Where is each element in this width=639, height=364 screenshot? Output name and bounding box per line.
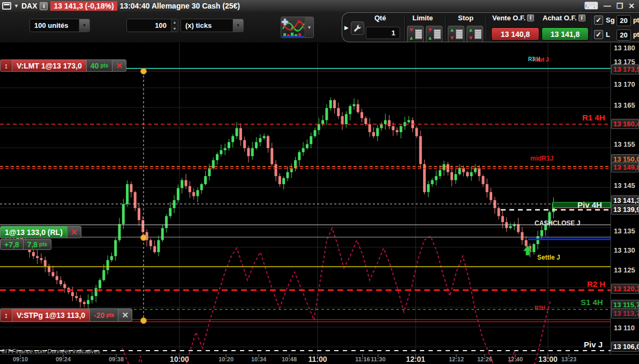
- title-bar: ▼ DAX i 13 141,3 (-0,18%) 13:04:40 Allem…: [0, 0, 639, 12]
- time-axis-label: 11:00: [308, 355, 327, 363]
- price-level-badge: 13 139,9: [611, 204, 639, 215]
- price-change-badge: 13 141,3 (-0,18%): [50, 1, 117, 11]
- arrow-up-icon: ▲: [468, 26, 473, 34]
- order-distance-value: -20: [94, 311, 104, 320]
- level-label-r2h: R2H: [535, 305, 545, 311]
- ticks-unit-value: (x) ticks: [181, 21, 232, 29]
- keyboard-icon[interactable]: ⌨: [584, 2, 598, 10]
- buy-market-button[interactable]: 13 141,8: [542, 27, 589, 41]
- panel-expander-icon[interactable]: ▶: [344, 25, 349, 31]
- qty-value: 1: [366, 29, 400, 37]
- limit-attached-checkbox[interactable]: ✓: [594, 30, 603, 39]
- level-label-settle-j: Settle J: [537, 254, 560, 261]
- info-icon[interactable]: i: [527, 14, 534, 21]
- level-label-r2-h: R2 H: [587, 279, 605, 289]
- close-icon[interactable]: ✕: [112, 59, 126, 72]
- tick-count-stepper[interactable]: 100 ▲ ▼: [126, 19, 178, 32]
- minimize-button[interactable]: —: [604, 2, 611, 10]
- order-tag-sell-limit[interactable]: ↕ V:LMT 1@13 173,0 40pts ✕: [0, 59, 126, 72]
- close-button[interactable]: ✕: [628, 2, 635, 10]
- time-axis-label: 10:20: [219, 356, 234, 362]
- time-axis-label: 12:12: [449, 356, 464, 362]
- symbol-dropdown-caret-icon[interactable]: ▼: [14, 3, 19, 9]
- close-icon[interactable]: ✕: [118, 308, 132, 322]
- level-label-s1-4h: S1 4H: [581, 298, 603, 307]
- order-tag-sell-stop[interactable]: ↕ V:STPg 1@13 113,0 -20pts ✕: [0, 308, 132, 322]
- order-ticket-icon: [434, 29, 441, 39]
- price-axis-tick: 13 110: [614, 324, 635, 332]
- position-tag-label[interactable]: 1@13 133,0 (RL): [0, 226, 67, 238]
- chart-window-icon: [2, 2, 11, 10]
- sell-price: 13 140,8: [501, 30, 530, 39]
- arrow-down-icon: ▼: [409, 26, 414, 34]
- time-axis-label: 12:26: [477, 356, 492, 362]
- order-tag-label[interactable]: V:STPg 1@13 113,0: [12, 308, 90, 322]
- time-axis-label: 10:48: [282, 356, 297, 362]
- spin-down-icon[interactable]: ▼: [171, 26, 178, 32]
- info-icon[interactable]: i: [40, 2, 48, 10]
- position-pnl-tag: +7,8 7,8pts: [0, 239, 51, 250]
- l-points-input[interactable]: 20: [617, 29, 631, 41]
- arrow-down-icon: ▼: [468, 34, 473, 42]
- level-label-r1-4h: R1 4H: [582, 113, 605, 122]
- tick-count-value: 100: [127, 21, 171, 29]
- sg-label: Sg: [606, 16, 615, 24]
- spin-up-icon[interactable]: ▲: [171, 19, 178, 26]
- price-axis-tick: 13 135: [614, 227, 635, 235]
- price-level-badge: 13 113,7: [611, 308, 639, 318]
- maximize-button[interactable]: ❐: [617, 2, 623, 10]
- buy-limit-order-button[interactable]: ▼ ▲: [426, 26, 442, 42]
- time-axis-label: 09:10: [13, 356, 28, 362]
- price-axis-tick: 13 155: [614, 140, 635, 148]
- session-info: 13:04:40 Allemagne 30 Cash (25€): [120, 2, 240, 10]
- buy-price: 13 141,8: [551, 30, 580, 39]
- drag-handle-updown-icon[interactable]: ↕: [0, 308, 12, 322]
- time-axis-label: 09:38: [109, 356, 124, 362]
- time-axis-label: 12:01: [406, 355, 425, 363]
- chevron-down-icon[interactable]: ▼: [79, 19, 89, 32]
- pnl-points-value: 7,8: [27, 240, 37, 249]
- level-label-midr1j: midR1J: [530, 155, 553, 162]
- qty-input[interactable]: 1: [366, 27, 400, 39]
- pnl-value: +7,8: [4, 240, 19, 249]
- price-axis-tick: 13 125: [614, 266, 635, 274]
- price-level-badge: 13 160,4: [611, 119, 639, 129]
- qty-header: Qté: [374, 14, 386, 22]
- price-level-badge: 13 173,5: [611, 64, 639, 74]
- ticks-unit-select[interactable]: (x) ticks ▼: [181, 19, 244, 32]
- l-points-unit: pts: [633, 31, 639, 39]
- chevron-down-icon[interactable]: ▼: [232, 19, 243, 32]
- sg-points-input[interactable]: 20: [617, 15, 631, 26]
- level-label-piv-4h: Piv 4H: [577, 200, 602, 209]
- chart-style-button[interactable]: ▼: [281, 17, 314, 38]
- arrow-up-icon: ▲: [449, 26, 455, 34]
- units-select-value: 100 unités: [30, 21, 79, 29]
- limit-header: Limite: [412, 14, 433, 22]
- sell-limit-order-button[interactable]: ▼ ▲: [407, 26, 424, 42]
- time-axis-label: 10:00: [170, 355, 189, 363]
- price-level-badge: 13 106,0: [611, 342, 639, 352]
- chart-style-icon: [281, 17, 305, 37]
- order-tag-label[interactable]: V:LMT 1@13 173,0: [12, 59, 87, 72]
- sell-market-button[interactable]: 13 140,8: [491, 27, 539, 41]
- sell-stop-order-button[interactable]: ▲ ▼: [448, 26, 464, 42]
- close-icon[interactable]: ✕: [67, 226, 81, 238]
- chart-area[interactable]: ©IT-Finance.com Données indicatives R3 H…: [0, 43, 639, 364]
- price-axis-tick: 13 165: [614, 101, 635, 109]
- chevron-down-icon[interactable]: ▼: [305, 17, 313, 37]
- level-label-piv-j: Piv J: [584, 340, 603, 349]
- arrow-down-icon: ▼: [449, 34, 455, 42]
- stop-guaranteed-checkbox[interactable]: ✓: [594, 16, 603, 25]
- price-axis-tick: 13 130: [614, 246, 635, 254]
- units-select[interactable]: 100 unités ▼: [29, 19, 90, 32]
- settings-wrench-button[interactable]: [351, 21, 364, 35]
- trading-window: ▼ DAX i 13 141,3 (-0,18%) 13:04:40 Allem…: [0, 0, 639, 364]
- symbol-label: DAX: [21, 2, 37, 10]
- drag-handle-updown-icon[interactable]: ↕: [0, 59, 12, 72]
- price-axis-tick: 13 170: [614, 80, 635, 88]
- info-icon[interactable]: i: [578, 14, 585, 21]
- level-label-cashclose-j: CASHCLOSE J: [535, 219, 580, 227]
- buy-stop-order-button[interactable]: ▲ ▼: [467, 26, 483, 42]
- level-label-haut-j: Haut J: [532, 57, 549, 63]
- position-tag[interactable]: 1@13 133,0 (RL) ✕: [0, 226, 81, 238]
